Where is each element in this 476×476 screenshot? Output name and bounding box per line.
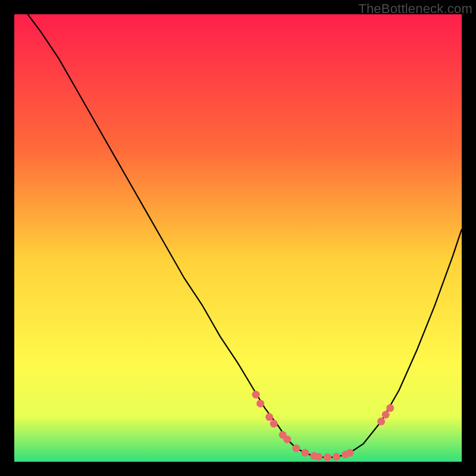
chart-frame [14, 14, 462, 462]
data-point [315, 453, 322, 461]
data-point [301, 449, 309, 457]
data-point [252, 391, 260, 399]
data-point [386, 404, 394, 412]
gradient-background [14, 14, 462, 462]
data-point [333, 453, 340, 461]
watermark-text: TheBottleneck.com [358, 1, 472, 17]
data-point [283, 436, 291, 443]
data-point [382, 411, 390, 419]
data-point [256, 400, 264, 408]
data-point [265, 413, 273, 421]
data-point [292, 444, 300, 452]
bottleneck-chart [14, 14, 462, 462]
data-point [324, 453, 331, 461]
data-point [346, 449, 354, 457]
data-point [377, 418, 385, 425]
data-point [270, 420, 278, 428]
